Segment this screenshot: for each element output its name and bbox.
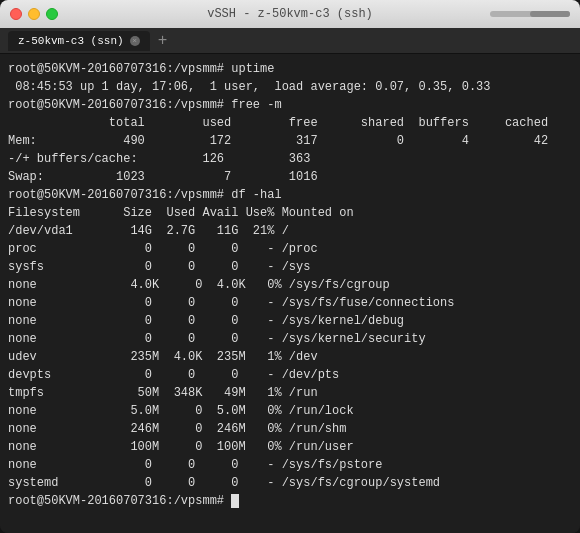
scrollbar-thumb[interactable] <box>530 11 570 17</box>
terminal-cursor <box>231 494 239 508</box>
terminal-line: root@50KVM-20160707316:/vpsmm# <box>8 494 231 508</box>
tab-bar: z-50kvm-c3 (ssn) × + <box>0 28 580 54</box>
tab-active[interactable]: z-50kvm-c3 (ssn) × <box>8 31 150 51</box>
terminal-line: udev 235M 4.0K 235M 1% /dev <box>8 350 318 364</box>
terminal-line: tmpfs 50M 348K 49M 1% /run <box>8 386 318 400</box>
title-scrollbar[interactable] <box>490 11 570 17</box>
terminal-line: /dev/vda1 14G 2.7G 11G 21% / <box>8 224 289 238</box>
terminal-line: -/+ buffers/cache: 126 363 <box>8 152 310 166</box>
tab-add-button[interactable]: + <box>154 32 172 50</box>
terminal-line: none 0 0 0 - /sys/kernel/debug <box>8 314 404 328</box>
close-button[interactable] <box>10 8 22 20</box>
terminal-line: 08:45:53 up 1 day, 17:06, 1 user, load a… <box>8 80 490 94</box>
terminal-output[interactable]: root@50KVM-20160707316:/vpsmm# uptime 08… <box>0 54 580 533</box>
terminal-line: none 246M 0 246M 0% /run/shm <box>8 422 346 436</box>
terminal-line: none 0 0 0 - /sys/fs/fuse/connections <box>8 296 454 310</box>
minimize-button[interactable] <box>28 8 40 20</box>
terminal-line: sysfs 0 0 0 - /sys <box>8 260 310 274</box>
terminal-line: none 4.0K 0 4.0K 0% /sys/fs/cgroup <box>8 278 390 292</box>
maximize-button[interactable] <box>46 8 58 20</box>
terminal-line: none 5.0M 0 5.0M 0% /run/lock <box>8 404 354 418</box>
terminal-line: none 0 0 0 - /sys/fs/pstore <box>8 458 382 472</box>
terminal-line: total used free shared buffers cached <box>8 116 548 130</box>
terminal-line: root@50KVM-20160707316:/vpsmm# free -m <box>8 98 282 112</box>
terminal-line: Mem: 490 172 317 0 4 42 <box>8 134 548 148</box>
window-title: vSSH - z-50kvm-c3 (ssh) <box>207 7 373 21</box>
tab-close-button[interactable]: × <box>130 36 140 46</box>
terminal-line: systemd 0 0 0 - /sys/fs/cgroup/systemd <box>8 476 440 490</box>
terminal-line: root@50KVM-20160707316:/vpsmm# uptime <box>8 62 274 76</box>
terminal-line: proc 0 0 0 - /proc <box>8 242 318 256</box>
tab-label: z-50kvm-c3 (ssn) <box>18 35 124 47</box>
title-bar: vSSH - z-50kvm-c3 (ssh) <box>0 0 580 28</box>
terminal-line: Filesystem Size Used Avail Use% Mounted … <box>8 206 354 220</box>
terminal-line: root@50KVM-20160707316:/vpsmm# df -hal <box>8 188 282 202</box>
terminal-window: vSSH - z-50kvm-c3 (ssh) z-50kvm-c3 (ssn)… <box>0 0 580 533</box>
terminal-line: devpts 0 0 0 - /dev/pts <box>8 368 339 382</box>
terminal-line: none 0 0 0 - /sys/kernel/security <box>8 332 426 346</box>
terminal-line: none 100M 0 100M 0% /run/user <box>8 440 354 454</box>
traffic-lights <box>10 8 58 20</box>
terminal-line: Swap: 1023 7 1016 <box>8 170 318 184</box>
